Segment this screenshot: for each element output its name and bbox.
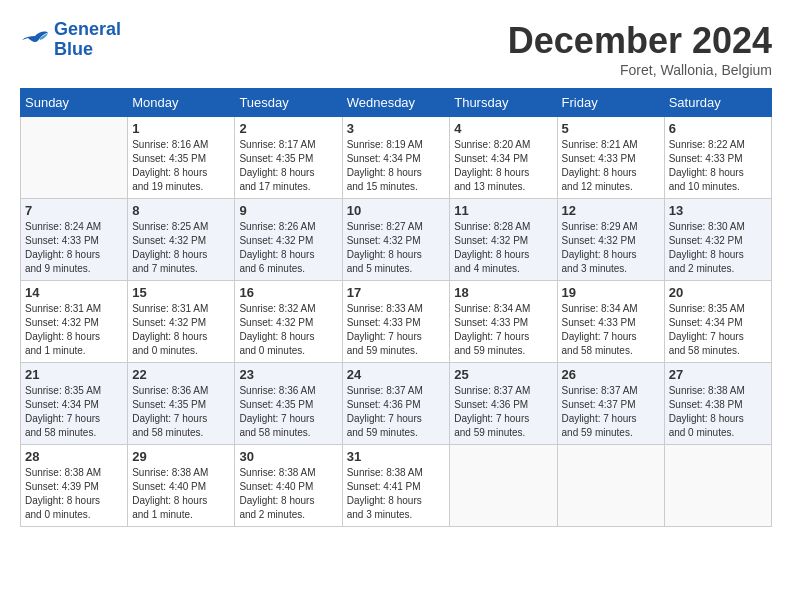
day-info: Sunrise: 8:32 AMSunset: 4:32 PMDaylight:…	[239, 302, 337, 358]
day-info: Sunrise: 8:34 AMSunset: 4:33 PMDaylight:…	[454, 302, 552, 358]
calendar-cell: 18Sunrise: 8:34 AMSunset: 4:33 PMDayligh…	[450, 281, 557, 363]
calendar-cell: 4Sunrise: 8:20 AMSunset: 4:34 PMDaylight…	[450, 117, 557, 199]
calendar-table: SundayMondayTuesdayWednesdayThursdayFrid…	[20, 88, 772, 527]
calendar-cell: 15Sunrise: 8:31 AMSunset: 4:32 PMDayligh…	[128, 281, 235, 363]
day-number: 21	[25, 367, 123, 382]
col-header-thursday: Thursday	[450, 89, 557, 117]
day-number: 31	[347, 449, 446, 464]
calendar-cell	[21, 117, 128, 199]
calendar-week-row: 21Sunrise: 8:35 AMSunset: 4:34 PMDayligh…	[21, 363, 772, 445]
day-info: Sunrise: 8:38 AMSunset: 4:40 PMDaylight:…	[132, 466, 230, 522]
day-number: 13	[669, 203, 767, 218]
col-header-sunday: Sunday	[21, 89, 128, 117]
day-number: 23	[239, 367, 337, 382]
day-info: Sunrise: 8:31 AMSunset: 4:32 PMDaylight:…	[132, 302, 230, 358]
calendar-cell: 5Sunrise: 8:21 AMSunset: 4:33 PMDaylight…	[557, 117, 664, 199]
calendar-week-row: 1Sunrise: 8:16 AMSunset: 4:35 PMDaylight…	[21, 117, 772, 199]
day-info: Sunrise: 8:38 AMSunset: 4:40 PMDaylight:…	[239, 466, 337, 522]
day-number: 28	[25, 449, 123, 464]
day-info: Sunrise: 8:38 AMSunset: 4:38 PMDaylight:…	[669, 384, 767, 440]
title-block: December 2024 Foret, Wallonia, Belgium	[508, 20, 772, 78]
day-info: Sunrise: 8:38 AMSunset: 4:41 PMDaylight:…	[347, 466, 446, 522]
calendar-header-row: SundayMondayTuesdayWednesdayThursdayFrid…	[21, 89, 772, 117]
day-info: Sunrise: 8:37 AMSunset: 4:36 PMDaylight:…	[347, 384, 446, 440]
day-info: Sunrise: 8:30 AMSunset: 4:32 PMDaylight:…	[669, 220, 767, 276]
day-number: 5	[562, 121, 660, 136]
calendar-cell: 26Sunrise: 8:37 AMSunset: 4:37 PMDayligh…	[557, 363, 664, 445]
day-info: Sunrise: 8:22 AMSunset: 4:33 PMDaylight:…	[669, 138, 767, 194]
calendar-cell: 1Sunrise: 8:16 AMSunset: 4:35 PMDaylight…	[128, 117, 235, 199]
calendar-cell: 8Sunrise: 8:25 AMSunset: 4:32 PMDaylight…	[128, 199, 235, 281]
col-header-monday: Monday	[128, 89, 235, 117]
calendar-cell: 20Sunrise: 8:35 AMSunset: 4:34 PMDayligh…	[664, 281, 771, 363]
calendar-cell: 19Sunrise: 8:34 AMSunset: 4:33 PMDayligh…	[557, 281, 664, 363]
day-number: 3	[347, 121, 446, 136]
col-header-tuesday: Tuesday	[235, 89, 342, 117]
page-header: General Blue December 2024 Foret, Wallon…	[20, 20, 772, 78]
day-number: 26	[562, 367, 660, 382]
calendar-cell	[557, 445, 664, 527]
day-info: Sunrise: 8:35 AMSunset: 4:34 PMDaylight:…	[25, 384, 123, 440]
calendar-cell: 2Sunrise: 8:17 AMSunset: 4:35 PMDaylight…	[235, 117, 342, 199]
day-info: Sunrise: 8:33 AMSunset: 4:33 PMDaylight:…	[347, 302, 446, 358]
calendar-cell: 21Sunrise: 8:35 AMSunset: 4:34 PMDayligh…	[21, 363, 128, 445]
day-number: 18	[454, 285, 552, 300]
day-number: 17	[347, 285, 446, 300]
logo-text: General Blue	[54, 20, 121, 60]
day-info: Sunrise: 8:17 AMSunset: 4:35 PMDaylight:…	[239, 138, 337, 194]
day-number: 20	[669, 285, 767, 300]
day-number: 19	[562, 285, 660, 300]
calendar-cell: 6Sunrise: 8:22 AMSunset: 4:33 PMDaylight…	[664, 117, 771, 199]
day-number: 11	[454, 203, 552, 218]
calendar-cell	[450, 445, 557, 527]
day-info: Sunrise: 8:36 AMSunset: 4:35 PMDaylight:…	[239, 384, 337, 440]
calendar-cell: 31Sunrise: 8:38 AMSunset: 4:41 PMDayligh…	[342, 445, 450, 527]
col-header-saturday: Saturday	[664, 89, 771, 117]
day-info: Sunrise: 8:19 AMSunset: 4:34 PMDaylight:…	[347, 138, 446, 194]
calendar-cell: 29Sunrise: 8:38 AMSunset: 4:40 PMDayligh…	[128, 445, 235, 527]
day-info: Sunrise: 8:37 AMSunset: 4:36 PMDaylight:…	[454, 384, 552, 440]
calendar-cell	[664, 445, 771, 527]
day-info: Sunrise: 8:28 AMSunset: 4:32 PMDaylight:…	[454, 220, 552, 276]
calendar-cell: 27Sunrise: 8:38 AMSunset: 4:38 PMDayligh…	[664, 363, 771, 445]
day-number: 4	[454, 121, 552, 136]
month-title: December 2024	[508, 20, 772, 62]
day-number: 22	[132, 367, 230, 382]
day-number: 7	[25, 203, 123, 218]
day-info: Sunrise: 8:35 AMSunset: 4:34 PMDaylight:…	[669, 302, 767, 358]
day-number: 9	[239, 203, 337, 218]
day-info: Sunrise: 8:16 AMSunset: 4:35 PMDaylight:…	[132, 138, 230, 194]
calendar-cell: 30Sunrise: 8:38 AMSunset: 4:40 PMDayligh…	[235, 445, 342, 527]
day-info: Sunrise: 8:27 AMSunset: 4:32 PMDaylight:…	[347, 220, 446, 276]
calendar-cell: 25Sunrise: 8:37 AMSunset: 4:36 PMDayligh…	[450, 363, 557, 445]
day-number: 2	[239, 121, 337, 136]
calendar-cell: 3Sunrise: 8:19 AMSunset: 4:34 PMDaylight…	[342, 117, 450, 199]
day-number: 24	[347, 367, 446, 382]
calendar-cell: 12Sunrise: 8:29 AMSunset: 4:32 PMDayligh…	[557, 199, 664, 281]
day-number: 25	[454, 367, 552, 382]
day-info: Sunrise: 8:25 AMSunset: 4:32 PMDaylight:…	[132, 220, 230, 276]
col-header-friday: Friday	[557, 89, 664, 117]
col-header-wednesday: Wednesday	[342, 89, 450, 117]
calendar-cell: 28Sunrise: 8:38 AMSunset: 4:39 PMDayligh…	[21, 445, 128, 527]
location-subtitle: Foret, Wallonia, Belgium	[508, 62, 772, 78]
calendar-cell: 10Sunrise: 8:27 AMSunset: 4:32 PMDayligh…	[342, 199, 450, 281]
calendar-week-row: 7Sunrise: 8:24 AMSunset: 4:33 PMDaylight…	[21, 199, 772, 281]
day-number: 12	[562, 203, 660, 218]
calendar-week-row: 28Sunrise: 8:38 AMSunset: 4:39 PMDayligh…	[21, 445, 772, 527]
day-info: Sunrise: 8:38 AMSunset: 4:39 PMDaylight:…	[25, 466, 123, 522]
day-number: 14	[25, 285, 123, 300]
calendar-cell: 23Sunrise: 8:36 AMSunset: 4:35 PMDayligh…	[235, 363, 342, 445]
day-info: Sunrise: 8:34 AMSunset: 4:33 PMDaylight:…	[562, 302, 660, 358]
day-number: 1	[132, 121, 230, 136]
day-number: 10	[347, 203, 446, 218]
day-info: Sunrise: 8:36 AMSunset: 4:35 PMDaylight:…	[132, 384, 230, 440]
calendar-cell: 22Sunrise: 8:36 AMSunset: 4:35 PMDayligh…	[128, 363, 235, 445]
day-info: Sunrise: 8:26 AMSunset: 4:32 PMDaylight:…	[239, 220, 337, 276]
day-info: Sunrise: 8:20 AMSunset: 4:34 PMDaylight:…	[454, 138, 552, 194]
day-number: 15	[132, 285, 230, 300]
day-info: Sunrise: 8:24 AMSunset: 4:33 PMDaylight:…	[25, 220, 123, 276]
calendar-cell: 24Sunrise: 8:37 AMSunset: 4:36 PMDayligh…	[342, 363, 450, 445]
calendar-cell: 17Sunrise: 8:33 AMSunset: 4:33 PMDayligh…	[342, 281, 450, 363]
calendar-cell: 13Sunrise: 8:30 AMSunset: 4:32 PMDayligh…	[664, 199, 771, 281]
